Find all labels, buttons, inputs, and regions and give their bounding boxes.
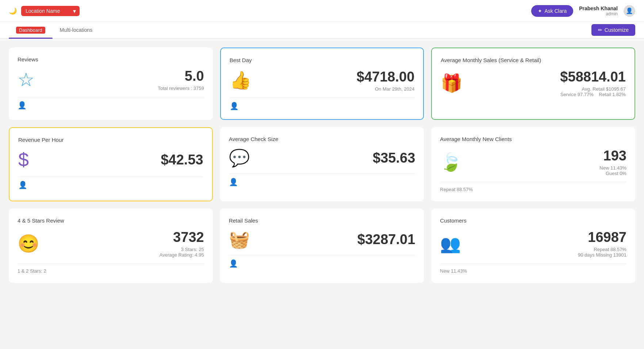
tab-multi-locations-label: Multi-locations: [60, 27, 92, 33]
retail-sales-title: Retail Sales: [229, 217, 415, 224]
reviews-card-title: Reviews: [18, 56, 204, 62]
customers-new-label: New 11.43%: [440, 268, 467, 274]
reviews-footer: 👤: [18, 97, 204, 110]
four-five-stars-value-group: 3732 3 Stars: 25 Average Rating: 4.95: [160, 229, 204, 258]
dollar-icon: $: [18, 149, 29, 171]
revenue-per-hour-footer: 👤: [18, 177, 203, 189]
avg-monthly-new-clients-title: Average Monthly New Clients: [440, 136, 626, 142]
avg-monthly-sales-value-group: $58814.01 Avg. Retail $1095.67 Service 9…: [560, 69, 626, 97]
header-left: 🌙 Location Name: [9, 6, 80, 16]
leaf-icon: 🍃: [440, 152, 462, 172]
customize-button[interactable]: ✏ Customize: [591, 24, 635, 36]
four-five-stars-sub3: Average Rating: 4.95: [160, 252, 204, 258]
retail-sales-card: Retail Sales 🧺 $3287.01 👤: [220, 209, 424, 283]
avg-monthly-new-clients-main-value: 193: [599, 148, 626, 164]
tab-dashboard[interactable]: Dashboard: [9, 22, 53, 38]
ask-clara-label: Ask Clara: [544, 8, 567, 14]
customers-title: Customers: [440, 217, 626, 224]
avg-monthly-sales-card: Average Monthly Sales (Service & Retail)…: [431, 48, 635, 120]
customers-main-value: 16987: [578, 229, 626, 245]
avg-check-person-icon: 👤: [229, 178, 238, 186]
dashboard-grid: Reviews ☆ 5.0 Total reviewers : 3759 👤 B…: [9, 48, 635, 283]
ai-icon: ✦: [538, 8, 542, 14]
avg-monthly-new-clients-value-group: 193 New 11.43% Guest 0%: [599, 148, 626, 176]
avg-check-size-value-group: $35.63: [373, 150, 415, 166]
best-day-card-title: Best Day: [230, 57, 415, 63]
avg-monthly-new-clients-card: Average Monthly New Clients 🍃 193 New 11…: [431, 127, 635, 201]
best-day-card: Best Day 👍 $4718.00 On Mar 29th, 2024 👤: [220, 48, 424, 120]
ask-clara-button[interactable]: ✦ Ask Clara: [531, 5, 573, 17]
avg-monthly-sales-title: Average Monthly Sales (Service & Retail): [441, 57, 626, 63]
thumbs-up-icon: 👍: [230, 70, 252, 91]
tab-multi-locations[interactable]: Multi-locations: [53, 22, 100, 38]
customers-footer: New 11.43%: [440, 263, 626, 274]
avg-check-size-footer: 👤: [229, 174, 415, 186]
avg-check-size-card: Average Check Size 💬 $35.63 👤: [220, 127, 424, 201]
customers-sub3: 90 days Missing 13901: [578, 252, 626, 258]
revenue-per-hour-card: Revenue Per Hour $ $42.53 👤: [9, 127, 213, 201]
customers-value-group: 16987 Repeat 88.57% 90 days Missing 1390…: [578, 229, 626, 258]
location-select[interactable]: Location Name: [21, 6, 80, 16]
reviews-person-icon: 👤: [18, 101, 27, 109]
smile-icon: 😊: [18, 234, 39, 254]
revenue-per-hour-title: Revenue Per Hour: [18, 137, 203, 143]
group-icon: 👥: [440, 234, 461, 254]
user-info: Prabesh Khanal admin: [579, 5, 618, 16]
four-five-stars-body: 😊 3732 3 Stars: 25 Average Rating: 4.95: [18, 229, 204, 258]
location-select-wrapper: Location Name: [21, 6, 80, 16]
revenue-per-hour-value-group: $42.53: [161, 152, 203, 168]
reviews-sub: Total reviewers : 3759: [158, 86, 204, 91]
customers-sub2: Repeat 88.57%: [578, 247, 626, 252]
best-day-person-icon: 👤: [230, 102, 239, 110]
best-day-card-body: 👍 $4718.00 On Mar 29th, 2024: [230, 69, 415, 92]
tabs-left: Dashboard Multi-locations: [9, 22, 100, 38]
avg-monthly-sales-sub1: Avg. Retail $1095.67: [560, 86, 626, 92]
tabs-bar: Dashboard Multi-locations ✏ Customize: [0, 22, 644, 39]
user-avatar[interactable]: 👤: [624, 5, 635, 17]
revenue-per-hour-body: $ $42.53: [18, 149, 203, 171]
avg-check-size-title: Average Check Size: [229, 136, 415, 142]
four-five-stars-main-value: 3732: [160, 229, 204, 245]
retail-sales-body: 🧺 $3287.01: [229, 229, 415, 249]
avg-monthly-sales-sub2: Service 97.77% Retail 1.82%: [560, 92, 626, 97]
one-two-stars-label: 1 & 2 Stars: 2: [18, 268, 46, 274]
avg-check-size-main-value: $35.63: [373, 150, 415, 166]
retail-sales-value-group: $3287.01: [357, 232, 415, 247]
customize-label: Customize: [605, 27, 629, 33]
retail-sales-main-value: $3287.01: [357, 232, 415, 247]
best-day-sub: On Mar 29th, 2024: [357, 86, 415, 92]
repeat-label: Repeat 88.57%: [440, 187, 473, 192]
basket-icon: 🧺: [229, 229, 250, 249]
avg-monthly-new-clients-sub3: Guest 0%: [599, 171, 626, 176]
avg-monthly-sales-retail-pct: Retail 1.82%: [599, 92, 626, 97]
star-icon: ☆: [18, 69, 35, 91]
customize-icon: ✏: [598, 27, 602, 33]
reviews-card: Reviews ☆ 5.0 Total reviewers : 3759 👤: [9, 48, 213, 120]
four-five-stars-card: 4 & 5 Stars Review 😊 3732 3 Stars: 25 Av…: [9, 209, 213, 283]
best-day-main-value: $4718.00: [357, 69, 415, 85]
header-right: ✦ Ask Clara Prabesh Khanal admin 👤: [531, 5, 635, 17]
reviews-card-body: ☆ 5.0 Total reviewers : 3759: [18, 68, 204, 91]
user-role: admin: [579, 11, 618, 16]
avg-monthly-new-clients-sub2: New 11.43%: [599, 165, 626, 171]
four-five-stars-title: 4 & 5 Stars Review: [18, 217, 204, 224]
retail-sales-person-icon: 👤: [229, 259, 238, 268]
avg-monthly-sales-main-value: $58814.01: [560, 69, 626, 85]
reviews-main-value: 5.0: [158, 68, 204, 84]
main-content: Reviews ☆ 5.0 Total reviewers : 3759 👤 B…: [0, 39, 644, 292]
revenue-per-hour-main-value: $42.53: [161, 152, 203, 168]
header: 🌙 Location Name ✦ Ask Clara Prabesh Khan…: [0, 0, 644, 22]
customers-body: 👥 16987 Repeat 88.57% 90 days Missing 13…: [440, 229, 626, 258]
tab-dashboard-label: Dashboard: [16, 27, 45, 34]
avg-monthly-sales-body: 🎁 $58814.01 Avg. Retail $1095.67 Service…: [441, 69, 626, 97]
avg-check-size-body: 💬 $35.63: [229, 148, 415, 168]
four-five-stars-footer: 1 & 2 Stars: 2: [18, 263, 204, 274]
four-five-stars-sub2: 3 Stars: 25: [160, 247, 204, 252]
revenue-person-icon: 👤: [18, 181, 27, 189]
message-icon: 💬: [229, 148, 250, 168]
avatar-icon: 👤: [626, 7, 633, 14]
gift-icon: 🎁: [441, 73, 463, 94]
moon-icon[interactable]: 🌙: [9, 7, 17, 15]
reviews-value-group: 5.0 Total reviewers : 3759: [158, 68, 204, 91]
customers-card: Customers 👥 16987 Repeat 88.57% 90 days …: [431, 209, 635, 283]
